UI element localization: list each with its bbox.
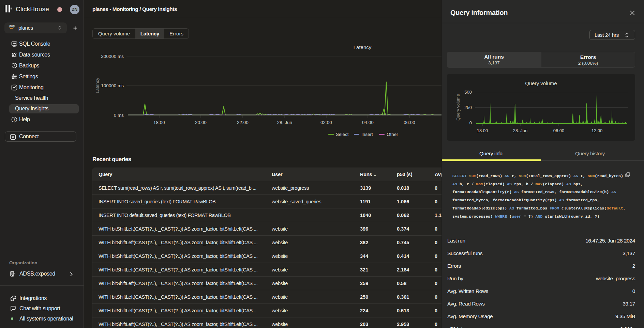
svg-text:Latency: Latency: [95, 78, 100, 93]
svg-text:12:00: 12:00: [591, 128, 603, 133]
svg-text:02:00: 02:00: [320, 120, 332, 125]
svg-text:Query volume: Query volume: [456, 94, 461, 121]
svg-text:200000 ms: 200000 ms: [101, 54, 124, 59]
svg-text:100000 ms: 100000 ms: [101, 83, 124, 88]
svg-text:0: 0: [469, 120, 472, 125]
svg-text:06:00: 06:00: [404, 120, 415, 125]
svg-text:28. Jun: 28. Jun: [277, 120, 292, 125]
svg-text:18:00: 18:00: [153, 120, 165, 125]
svg-text:0 ms: 0 ms: [114, 113, 124, 118]
svg-text:22:00: 22:00: [237, 120, 249, 125]
svg-text:?: ?: [13, 118, 15, 121]
svg-text:Latency: Latency: [354, 44, 372, 50]
svg-text:Select: Select: [336, 132, 349, 137]
svg-text:04:00: 04:00: [362, 120, 374, 125]
svg-text:Insert: Insert: [361, 132, 373, 137]
svg-text:Query volume: Query volume: [525, 80, 557, 86]
svg-text:250: 250: [464, 105, 472, 110]
svg-text:18:00: 18:00: [477, 128, 488, 133]
svg-text:28. Jun: 28. Jun: [513, 128, 528, 133]
svg-text:20:00: 20:00: [195, 120, 207, 125]
svg-text:Other: Other: [387, 132, 398, 137]
svg-text:500: 500: [464, 90, 472, 95]
svg-text:06:00: 06:00: [553, 128, 565, 133]
